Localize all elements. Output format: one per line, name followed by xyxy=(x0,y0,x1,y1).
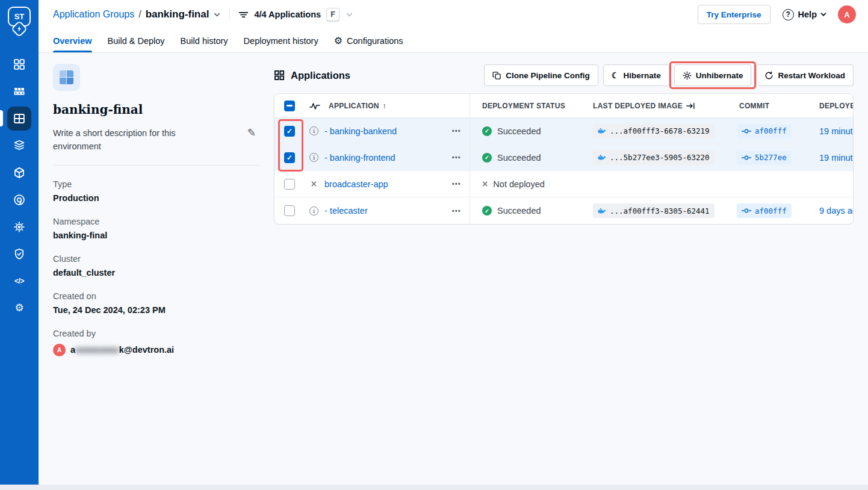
tab-configurations[interactable]: ⚙ Configurations xyxy=(334,29,403,52)
deployment-status: Succeeded xyxy=(497,206,541,216)
breadcrumb-current: banking-final xyxy=(146,8,209,20)
commit-chip[interactable]: 5b277ee xyxy=(737,150,792,165)
table-header-row: APPLICATION ↑ DEPLOYMENT STATUS LAST DEP… xyxy=(274,94,853,118)
select-all-checkbox[interactable] xyxy=(284,101,295,111)
help-question-icon: ? xyxy=(783,9,794,20)
row-checkbox[interactable] xyxy=(284,205,295,216)
sidebar-item-clusters[interactable] xyxy=(0,186,39,213)
column-header-deployed[interactable]: DEPLOYED xyxy=(819,102,853,110)
application-groups-window-icon xyxy=(7,107,31,131)
image-chip: ...af00fff3-6678-63219 xyxy=(593,124,715,138)
deployed-time-link[interactable]: 19 minut xyxy=(819,126,853,136)
commit-hash: af00fff xyxy=(755,126,787,135)
tab-build-and-deploy[interactable]: Build & Deploy xyxy=(108,29,165,52)
sidebar-item-code-editor[interactable]: </> xyxy=(0,267,39,294)
image-chip: ...af00fff3-8305-62441 xyxy=(593,203,715,218)
restart-icon xyxy=(764,71,773,80)
tab-overview[interactable]: Overview xyxy=(53,29,92,52)
filter-chevron-icon[interactable] xyxy=(346,11,353,19)
image-tag: ...af00fff3-8305-62441 xyxy=(610,206,710,216)
sidebar-item-applications[interactable] xyxy=(0,51,39,78)
tab-deployment-history[interactable]: Deployment history xyxy=(244,29,318,52)
sidebar-item-resource-browser[interactable] xyxy=(0,159,39,186)
jobs-table-icon xyxy=(13,85,25,98)
column-header-deployment-status[interactable]: DEPLOYMENT STATUS xyxy=(482,102,565,110)
row-checkbox[interactable] xyxy=(284,179,295,190)
edit-description-pencil-icon[interactable]: ✎ xyxy=(247,126,256,139)
environment-tile-icon xyxy=(53,64,80,91)
field-label-created-on: Created on xyxy=(53,291,261,301)
commit-icon xyxy=(742,208,751,214)
resource-browser-cube-icon xyxy=(13,167,25,179)
chart-store-stack-icon xyxy=(13,140,25,152)
breadcrumb-root-link[interactable]: Application Groups xyxy=(53,9,134,20)
not-deployed-cross-icon: × xyxy=(309,179,318,190)
field-value-namespace: banking-final xyxy=(53,231,261,240)
help-menu[interactable]: ? Help xyxy=(783,9,827,20)
restart-workload-button[interactable]: Restart Workload xyxy=(756,64,854,86)
column-header-last-deployed-image[interactable]: LAST DEPLOYED IMAGE xyxy=(593,102,683,110)
deployment-status: Succeeded xyxy=(497,126,541,136)
info-icon: i xyxy=(309,206,318,216)
tab-build-history[interactable]: Build history xyxy=(181,29,228,52)
application-link[interactable]: - telecaster xyxy=(324,206,368,216)
applications-filter[interactable]: 4/4 Applications F xyxy=(238,8,353,21)
deployment-status: Not deployed xyxy=(493,179,544,189)
help-chevron-icon xyxy=(820,11,827,18)
sidebar-item-application-groups[interactable] xyxy=(0,105,39,132)
more-menu-button[interactable]: ••• xyxy=(452,208,461,214)
try-enterprise-button[interactable]: Try Enterprise xyxy=(698,5,770,24)
hibernate-button[interactable]: ☾ Hibernate xyxy=(603,64,669,86)
docker-whale-icon xyxy=(598,128,606,134)
deployment-status: Succeeded xyxy=(497,153,541,163)
active-indicator xyxy=(0,110,3,126)
deployed-time-link[interactable]: 9 days ag xyxy=(819,206,853,216)
security-shield-icon xyxy=(13,248,25,260)
row-checkbox[interactable]: ✓ xyxy=(284,152,295,163)
unhibernate-button[interactable]: Unhibernate xyxy=(674,64,752,86)
tab-configurations-label: Configurations xyxy=(347,36,403,46)
not-deployed-cross-icon: × xyxy=(482,179,488,190)
applications-grid-icon xyxy=(13,58,25,70)
sort-ascending-icon: ↑ xyxy=(382,101,386,110)
application-link[interactable]: broadcaster-app xyxy=(324,179,388,189)
devtron-logo[interactable]: ST xyxy=(0,0,39,47)
clusters-target-icon xyxy=(13,194,25,206)
table-row[interactable]: × broadcaster-app ••• × Not deployed xyxy=(274,171,853,197)
application-link[interactable]: - banking-frontend xyxy=(324,153,395,163)
filter-label: 4/4 Applications xyxy=(254,10,321,19)
commit-hash: af00fff xyxy=(755,206,787,216)
sidebar-item-jobs[interactable] xyxy=(0,78,39,105)
unhibernate-annotation-box: Unhibernate xyxy=(674,64,752,86)
row-checkbox[interactable]: ✓ xyxy=(284,126,295,137)
table-row[interactable]: ✓ i - banking-frontend ••• ✓ Succeeded .… xyxy=(274,144,853,171)
column-header-application[interactable]: APPLICATION ↑ xyxy=(329,101,386,110)
sun-icon xyxy=(683,71,692,80)
image-tag: ...5b277ee3-5905-63220 xyxy=(610,153,710,162)
user-avatar[interactable]: A xyxy=(838,5,856,23)
more-menu-button[interactable]: ••• xyxy=(452,154,461,161)
sidebar-item-bulk-edit[interactable] xyxy=(0,213,39,240)
success-check-icon: ✓ xyxy=(482,206,492,216)
table-row[interactable]: i - telecaster ••• ✓ Succeeded ...af00ff… xyxy=(274,197,853,224)
application-link[interactable]: - banking-bankend xyxy=(324,126,397,136)
commit-icon xyxy=(742,155,751,161)
field-label-cluster: Cluster xyxy=(53,254,261,264)
sidebar-item-chart-store[interactable] xyxy=(0,132,39,159)
commit-chip[interactable]: af00fff xyxy=(737,203,792,218)
table-row[interactable]: ✓ i - banking-bankend ••• ✓ Succeeded ..… xyxy=(274,118,853,144)
applications-section-title: Applications xyxy=(274,70,350,81)
more-menu-button[interactable]: ••• xyxy=(452,128,461,134)
sidebar-item-security[interactable] xyxy=(0,240,39,267)
clone-pipeline-config-button[interactable]: Clone Pipeline Config xyxy=(484,64,598,86)
sidebar-item-settings[interactable]: ⚙ xyxy=(0,294,39,321)
environment-dropdown-chevron-icon[interactable] xyxy=(213,11,221,19)
column-header-commit[interactable]: COMMIT xyxy=(737,102,769,110)
deployed-time-link[interactable]: 19 minut xyxy=(819,153,853,163)
more-menu-button[interactable]: ••• xyxy=(452,181,461,187)
commit-chip[interactable]: af00fff xyxy=(737,124,792,138)
field-value-created-on: Tue, 24 Dec 2024, 02:23 PM xyxy=(53,305,261,315)
sidebar-nav: </> ⚙ xyxy=(0,51,39,321)
applications-table: APPLICATION ↑ DEPLOYMENT STATUS LAST DEP… xyxy=(274,93,854,225)
field-value-type: Production xyxy=(53,193,261,203)
